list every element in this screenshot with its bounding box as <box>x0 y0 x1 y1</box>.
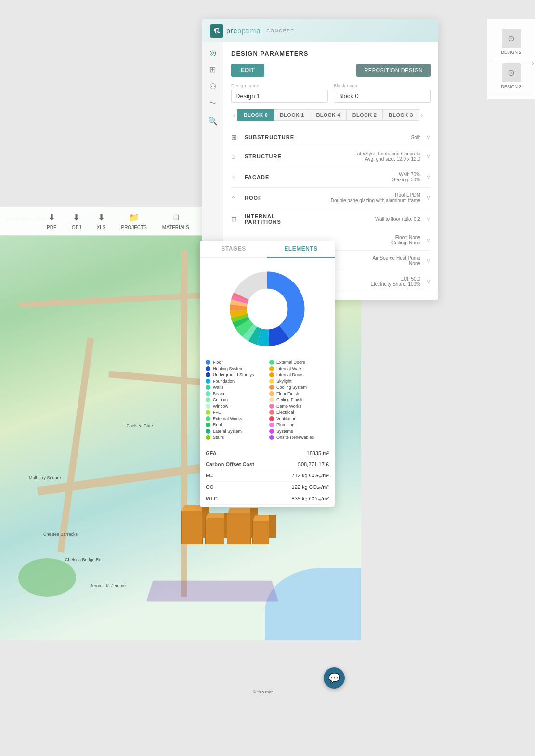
legend-ventilation-label: Ventilation <box>276 416 297 421</box>
design-3-icon: ⊙ <box>502 63 521 82</box>
block-name-label: Block name <box>334 83 431 88</box>
legend-window-label: Window <box>213 404 228 409</box>
elements-tabs: STAGES ELEMENTS <box>200 241 335 258</box>
skylight-dot <box>269 379 274 384</box>
block-tab-3[interactable]: BLOCK 3 <box>382 109 419 121</box>
oc-label: OC <box>206 484 214 490</box>
donut-chart <box>224 266 311 352</box>
energy-chevron: ∨ <box>426 278 431 285</box>
roof-icon: ⌂ <box>231 194 241 202</box>
plumbing-dot <box>269 423 274 427</box>
legend-ffe: FFE <box>206 410 265 415</box>
toolbar-pdf[interactable]: ⬇ PDF <box>47 212 56 230</box>
legend-stairs-label: Stairs <box>213 435 224 440</box>
param-internal-partitions[interactable]: ⊟ INTERNAL PARTITIONS Wall to floor rati… <box>231 208 431 230</box>
map-water <box>265 568 361 640</box>
structure-value: LaterSys: Reinforced ConcreteAvg. grid s… <box>306 151 420 162</box>
param-facade[interactable]: ⌂ FACADE Wall: 70%Glazing: 30% ∨ <box>231 167 431 188</box>
toolbar-obj[interactable]: ⬇ OBJ <box>72 212 81 230</box>
renewables-dot <box>269 435 274 440</box>
building <box>205 518 224 544</box>
block-tab-2[interactable]: BLOCK 2 <box>346 109 383 121</box>
heating-dot <box>206 366 210 371</box>
stairs-dot <box>206 435 210 440</box>
legend-renewables-label: Onsite Renewables <box>276 435 314 440</box>
block-prev-arrow[interactable]: ‹ <box>231 111 237 119</box>
design-2-label: DESIGN 2 <box>501 50 521 55</box>
foundation-dot <box>206 379 210 384</box>
legend-lateral-label: Lateral System <box>213 429 242 434</box>
legend-stairs: Stairs <box>206 435 265 440</box>
hvac-chevron: ∨ <box>426 257 431 264</box>
partitions-chevron: ∨ <box>426 216 431 222</box>
block-tabs: ‹ BLOCK 0 BLOCK 1 BLOCK 4 BLOCK 2 BLOCK … <box>231 109 431 121</box>
block-tab-1[interactable]: BLOCK 1 <box>274 109 310 121</box>
substructure-value: Soil: <box>306 135 420 140</box>
legend-electrical: Electrical <box>269 410 329 415</box>
int-doors-dot <box>269 372 274 377</box>
toolbar-obj-label: OBJ <box>72 225 81 230</box>
ec-value: 712 kg CO₂ₑ/m² <box>292 473 329 479</box>
facade-chevron: ∨ <box>426 174 431 180</box>
legend-heating-label: Heating System <box>213 366 244 371</box>
legend-floor-label: Floor <box>213 360 223 365</box>
cooling-dot <box>269 385 274 390</box>
legend-renewables: Onsite Renewables <box>269 435 329 440</box>
facade-value: Wall: 70%Glazing: 30% <box>306 172 420 182</box>
sidebar-location-icon[interactable]: ◎ <box>209 48 216 57</box>
designs-panel-chevron[interactable]: › <box>532 59 534 67</box>
legend-underground-label: Underground Storeys <box>213 372 254 377</box>
param-structure[interactable]: ⌂ STRUCTURE LaterSys: Reinforced Concret… <box>231 146 431 167</box>
toolbar-xls[interactable]: ⬇ XLS <box>97 212 106 230</box>
structure-label: STRUCTURE <box>245 154 302 159</box>
legend-skylight-label: Skylight <box>276 379 292 384</box>
edit-button[interactable]: EDIT <box>231 64 264 77</box>
tab-elements[interactable]: ELEMENTS <box>267 241 335 258</box>
toolbar-materials[interactable]: 🖥 MATERIALS <box>162 213 189 230</box>
block-next-arrow[interactable]: › <box>419 111 425 119</box>
column-dot <box>206 397 210 402</box>
logo-text: preoptima <box>226 27 261 35</box>
structure-icon: ⌂ <box>231 153 241 160</box>
block-tab-4[interactable]: BLOCK 4 <box>310 109 346 121</box>
structure-chevron: ∨ <box>426 153 431 160</box>
block-name-value[interactable]: Block 0 <box>334 90 431 103</box>
param-substructure[interactable]: ⊞ SUBSTRUCTURE Soil: ∨ <box>231 128 431 146</box>
block-tab-0[interactable]: BLOCK 0 <box>237 109 274 121</box>
chat-button[interactable]: 💬 <box>324 667 345 689</box>
toolbar-projects[interactable]: 📁 PROJECTS <box>121 212 146 230</box>
legend-systems-label: Systems <box>276 429 293 434</box>
building <box>227 513 251 544</box>
roof-dot <box>206 423 210 427</box>
legend-int-walls: Internal Walls <box>269 366 329 371</box>
sidebar-grid-icon[interactable]: ⊞ <box>209 65 216 74</box>
map-road <box>181 250 187 597</box>
systems-dot <box>269 429 274 434</box>
gfa-label: GFA <box>206 450 217 456</box>
sidebar-search-icon[interactable]: 🔍 <box>208 116 218 126</box>
electrical-dot <box>269 410 274 415</box>
underground-dot <box>206 372 210 377</box>
ec-label: EC <box>206 473 213 479</box>
reposition-button[interactable]: REPOSITION DESIGN <box>356 64 431 77</box>
map-park <box>18 558 76 597</box>
roof-chevron: ∨ <box>426 194 431 201</box>
sidebar-person-icon[interactable]: ⚇ <box>209 82 216 91</box>
legend-column-label: Column <box>213 397 228 402</box>
sidebar-chart-icon[interactable]: 〜 <box>209 99 217 109</box>
legend-heating: Heating System <box>206 366 265 371</box>
design-2-item[interactable]: ⊙ DESIGN 2 <box>490 25 532 59</box>
legend-plumbing: Plumbing <box>269 423 329 427</box>
donut-chart-container <box>200 258 335 356</box>
design-name-value[interactable]: Design 1 <box>231 90 328 103</box>
legend-floor-finish-label: Floor Finish <box>276 391 299 396</box>
partitions-label: INTERNAL PARTITIONS <box>245 213 302 225</box>
tab-stages[interactable]: STAGES <box>200 241 267 257</box>
legend-int-doors-label: Internal Doors <box>276 372 304 377</box>
legend-floor: Floor <box>206 360 265 365</box>
ext-doors-dot <box>269 360 274 365</box>
oc-value: 122 kg CO₂ₑ/m² <box>292 484 329 490</box>
partitions-value: Wall to floor ratio: 0.2 <box>306 217 420 222</box>
design-3-item[interactable]: ⊙ DESIGN 3 <box>490 59 532 93</box>
param-roof[interactable]: ⌂ ROOF Roof EPDMDouble pane glazing with… <box>231 188 431 208</box>
